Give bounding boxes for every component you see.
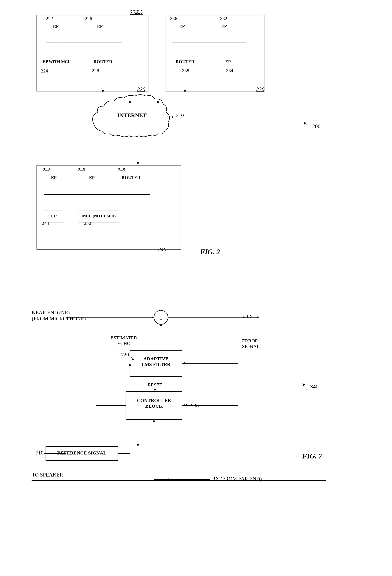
ep234-label: EP	[225, 59, 231, 64]
router248-label: ROUTER	[121, 175, 140, 180]
controller-block-label: CONTROLLER	[137, 398, 171, 403]
ep222-label: EP	[53, 24, 59, 29]
near-end-label: NEAR END (NE)	[32, 310, 70, 316]
tx-label: TX	[246, 314, 253, 319]
epwithmcu-label: EP WITH MCU	[43, 59, 71, 64]
svg-marker-86	[137, 444, 139, 447]
ref248: 248	[118, 167, 125, 172]
ref236: 236	[170, 16, 177, 21]
router228-label: ROUTER	[93, 59, 112, 64]
estimated-echo-label: ESTIMATED	[111, 335, 137, 340]
ep244-label: EP	[51, 213, 57, 218]
box240-ref: 240	[158, 246, 166, 253]
ref200: 200	[312, 123, 321, 129]
ref246: 246	[78, 167, 85, 172]
estimated-echo-label2: ECHO	[117, 341, 130, 346]
fig7-svg: NEAR END (NE) (FROM MICROPHONE) TX + − E…	[26, 288, 366, 569]
svg-marker-66	[154, 389, 156, 391]
ep242-label: EP	[51, 175, 57, 180]
from-mic-label: (FROM MICROPHONE)	[32, 316, 86, 321]
router238-label: ROUTER	[176, 59, 195, 64]
fig7-label: FIG. 7	[302, 452, 323, 460]
ref232: 232	[220, 16, 227, 21]
internet-label: INTERNET	[117, 112, 147, 118]
svg-marker-52	[243, 316, 245, 318]
svg-marker-23	[184, 90, 186, 93]
ref210: 210	[176, 113, 184, 118]
ep232-label: EP	[221, 24, 227, 29]
fig2-diagram: 220 220 EP 222 EP 226 EP WITH MCU 224 RO…	[26, 8, 366, 268]
ref224: 224	[41, 68, 48, 73]
box220-ref-label: 220	[135, 9, 143, 15]
page: 220 220 EP 222 EP 226 EP WITH MCU 224 RO…	[0, 0, 392, 576]
adaptive-lms-label: ADAPTIVE	[143, 356, 168, 361]
ref242: 242	[43, 167, 50, 172]
svg-marker-54	[257, 316, 259, 318]
ref222: 222	[46, 16, 53, 21]
ref710: 710	[36, 450, 43, 456]
sum-minus: −	[160, 317, 162, 322]
controller-block-label2: BLOCK	[145, 403, 163, 409]
ref234: 234	[226, 68, 233, 73]
ref720: 720	[121, 352, 129, 358]
to-speaker-label: TO SPEAKER	[32, 472, 63, 478]
box220-underline-ref: 220	[137, 86, 145, 92]
rx-label: RX (FROM FAR END)	[212, 476, 262, 482]
fig2-svg: 220 220 EP 222 EP 226 EP WITH MCU 224 RO…	[26, 8, 366, 268]
svg-marker-49	[304, 122, 306, 125]
error-signal-label2: SIGNAL	[242, 344, 260, 349]
ref340: 340	[310, 383, 318, 390]
svg-marker-11	[102, 90, 104, 93]
ref250: 250	[84, 221, 91, 226]
internet-cloud: INTERNET 210	[92, 95, 184, 137]
ref226: 226	[85, 16, 92, 21]
box230-ref: 230	[256, 86, 264, 92]
svg-marker-56	[152, 316, 154, 318]
fig7-diagram: NEAR END (NE) (FROM MICROPHONE) TX + − E…	[26, 288, 366, 569]
svg-marker-97	[303, 383, 305, 386]
ref730: 730	[191, 403, 199, 409]
fig2-label: FIG. 2	[200, 248, 220, 256]
ref228: 228	[92, 68, 99, 73]
svg-marker-81	[166, 479, 168, 481]
sum-plus: +	[159, 311, 163, 317]
svg-marker-25	[172, 116, 174, 118]
ref244: 244	[42, 221, 49, 226]
mcu250-label: MCU (NOT USED)	[82, 214, 115, 218]
error-signal-label: ERROR	[242, 338, 258, 343]
reference-signal-label: REFERENCE SIGNAL	[57, 450, 107, 456]
ep226-label: EP	[97, 24, 103, 29]
ref238: 238	[182, 68, 189, 73]
ep246-label: EP	[89, 175, 95, 180]
ep236-label: EP	[179, 24, 185, 29]
lms-filter-label: LMS FILTER	[141, 362, 170, 367]
